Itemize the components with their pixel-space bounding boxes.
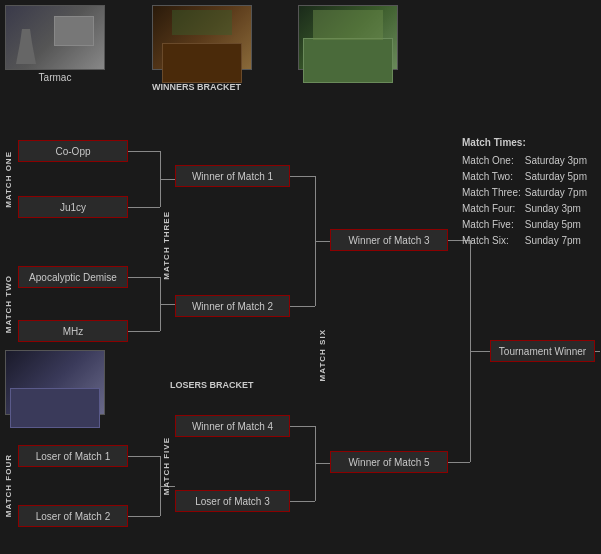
line-loser2-right [128,516,160,517]
line-tournament-winner-right [595,351,600,352]
tarmac-building [54,16,94,46]
tarmac-figure [16,29,36,64]
match-time-row-1: Match One: Saturday 3pm [462,153,591,169]
match-times-table: Match One: Saturday 3pm Match Two: Satur… [462,153,591,249]
match-six-label-time: Match Six: [462,233,525,249]
match-two-time: Saturday 5pm [525,169,591,185]
winner-match-4-slot: Winner of Match 4 [175,415,290,437]
line-match-six-mid [470,351,490,352]
engage-image [5,350,105,415]
match-time-row-2: Match Two: Saturday 5pm [462,169,591,185]
match-one-label: MATCH ONE [4,151,13,208]
winners-bracket-label: WINNERS BRACKET [152,82,241,92]
match-five-label: MATCH FIVE [162,437,171,495]
line-co-opp-right [128,151,160,152]
engage-structure [10,388,100,428]
dawn-building [303,38,393,83]
bracket-container: Tarmac Shrine WINNERS BRACKET Dawn Engag… [0,0,601,554]
winner-match-3-slot: Winner of Match 3 [330,229,448,251]
match-three-label-time: Match Three: [462,185,525,201]
match-times-section: Match Times: Match One: Saturday 3pm Mat… [462,135,591,249]
line-mhz-right [128,331,160,332]
match-five-label-time: Match Five: [462,217,525,233]
match-six-label-container: MATCH SIX [318,245,327,465]
match-three-label: MATCH THREE [162,211,171,280]
match-five-label-container: MATCH FIVE [162,428,171,505]
loser-match-2-slot: Loser of Match 2 [18,505,128,527]
apocalyptic-demise-slot: Apocalyptic Demise [18,266,128,288]
match-two-label-time: Match Two: [462,169,525,185]
line-winner1-right [290,176,315,177]
match-one-label-time: Match One: [462,153,525,169]
match-one-label-container: MATCH ONE [4,140,13,218]
winner-match-5-slot: Winner of Match 5 [330,451,448,473]
line-winner4-right [290,426,315,427]
ju1cy-slot: Ju1cy [18,196,128,218]
match-time-row-4: Match Four: Sunday 3pm [462,201,591,217]
match-two-label-container: MATCH TWO [4,266,13,342]
match-three-label-container: MATCH THREE [162,180,171,310]
line-match-three-mid [315,241,330,242]
co-opp-slot: Co-Opp [18,140,128,162]
line-apocalyptic-right [128,277,160,278]
tarmac-label: Tarmac [39,72,72,83]
match-time-row-3: Match Three: Saturday 7pm [462,185,591,201]
dawn-image [298,5,398,70]
tournament-winner-slot: Tournament Winner [490,340,595,362]
shrine-foliage [172,10,232,35]
match-two-label: MATCH TWO [4,275,13,333]
map-dawn: Dawn [298,5,398,83]
map-tarmac: Tarmac [5,5,105,83]
line-loser3-right [290,501,315,502]
loser-match-1-slot: Loser of Match 1 [18,445,128,467]
match-four-time: Sunday 3pm [525,201,591,217]
map-shrine: Shrine [152,5,252,83]
tarmac-image [5,5,105,70]
shrine-structure [162,43,242,83]
shrine-image [152,5,252,70]
losers-bracket-label: LOSERS BRACKET [170,380,254,390]
match-six-time: Sunday 7pm [525,233,591,249]
winner-match-1-slot: Winner of Match 1 [175,165,290,187]
match-four-label: MATCH FOUR [4,454,13,517]
match-three-time: Saturday 7pm [525,185,591,201]
map-engage: Engage [5,350,105,428]
mhz-slot: MHz [18,320,128,342]
match-times-title: Match Times: [462,135,591,151]
line-loser1-right [128,456,160,457]
match-time-row-6: Match Six: Sunday 7pm [462,233,591,249]
winner-match-2-slot: Winner of Match 2 [175,295,290,317]
match-one-time: Saturday 3pm [525,153,591,169]
match-four-label-time: Match Four: [462,201,525,217]
line-winner2-right [290,306,315,307]
match-six-label: MATCH SIX [318,329,327,381]
match-five-time: Sunday 5pm [525,217,591,233]
loser-match-3-slot: Loser of Match 3 [175,490,290,512]
match-four-label-container: MATCH FOUR [4,445,13,527]
match-time-row-5: Match Five: Sunday 5pm [462,217,591,233]
line-wm5-right [448,462,470,463]
dawn-roof [313,10,383,40]
line-ju1cy-right [128,207,160,208]
